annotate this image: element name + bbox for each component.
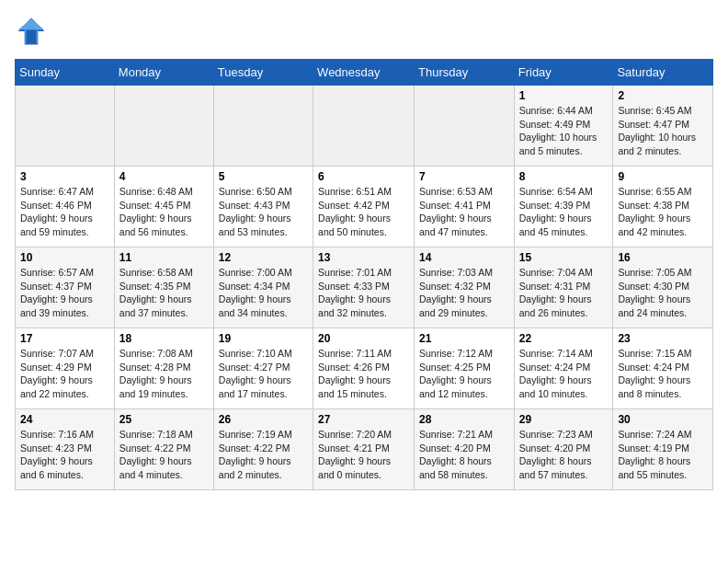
day-number: 15: [519, 251, 609, 264]
calendar-cell: 21Sunrise: 7:12 AM Sunset: 4:25 PM Dayli…: [415, 328, 515, 409]
calendar: SundayMondayTuesdayWednesdayThursdayFrid…: [15, 59, 713, 490]
day-info: Sunrise: 6:45 AM Sunset: 4:47 PM Dayligh…: [618, 104, 708, 158]
col-header-thursday: Thursday: [415, 60, 515, 86]
day-number: 7: [419, 170, 509, 183]
day-number: 18: [119, 332, 209, 345]
calendar-cell: 20Sunrise: 7:11 AM Sunset: 4:26 PM Dayli…: [313, 328, 415, 409]
calendar-cell: 24Sunrise: 7:16 AM Sunset: 4:23 PM Dayli…: [16, 409, 115, 490]
day-info: Sunrise: 6:54 AM Sunset: 4:39 PM Dayligh…: [519, 185, 609, 239]
day-number: 11: [119, 251, 209, 264]
day-info: Sunrise: 6:55 AM Sunset: 4:38 PM Dayligh…: [618, 185, 708, 239]
day-info: Sunrise: 7:07 AM Sunset: 4:29 PM Dayligh…: [20, 347, 109, 401]
day-number: 5: [219, 170, 308, 183]
day-number: 27: [318, 413, 409, 426]
calendar-cell: 5Sunrise: 6:50 AM Sunset: 4:43 PM Daylig…: [213, 167, 313, 247]
day-info: Sunrise: 7:04 AM Sunset: 4:31 PM Dayligh…: [519, 266, 609, 320]
calendar-cell: 8Sunrise: 6:54 AM Sunset: 4:39 PM Daylig…: [514, 167, 613, 247]
day-number: 1: [519, 89, 609, 102]
calendar-cell: 2Sunrise: 6:45 AM Sunset: 4:47 PM Daylig…: [613, 86, 713, 167]
day-number: 20: [318, 332, 409, 345]
calendar-cell: 3Sunrise: 6:47 AM Sunset: 4:46 PM Daylig…: [16, 167, 115, 247]
day-info: Sunrise: 7:15 AM Sunset: 4:24 PM Dayligh…: [618, 347, 708, 401]
day-info: Sunrise: 7:12 AM Sunset: 4:25 PM Dayligh…: [419, 347, 509, 401]
day-info: Sunrise: 6:50 AM Sunset: 4:43 PM Dayligh…: [219, 185, 308, 239]
day-number: 9: [618, 170, 708, 183]
calendar-cell: [415, 86, 515, 167]
calendar-cell: 29Sunrise: 7:23 AM Sunset: 4:20 PM Dayli…: [514, 409, 613, 490]
calendar-cell: 23Sunrise: 7:15 AM Sunset: 4:24 PM Dayli…: [613, 328, 713, 409]
calendar-cell: 28Sunrise: 7:21 AM Sunset: 4:20 PM Dayli…: [415, 409, 515, 490]
day-info: Sunrise: 7:11 AM Sunset: 4:26 PM Dayligh…: [318, 347, 409, 401]
day-info: Sunrise: 6:53 AM Sunset: 4:41 PM Dayligh…: [419, 185, 509, 239]
day-number: 26: [219, 413, 308, 426]
day-info: Sunrise: 7:21 AM Sunset: 4:20 PM Dayligh…: [419, 428, 509, 482]
calendar-cell: 19Sunrise: 7:10 AM Sunset: 4:27 PM Dayli…: [213, 328, 313, 409]
logo-icon: [15, 15, 48, 48]
day-number: 8: [519, 170, 609, 183]
day-number: 10: [20, 251, 109, 264]
day-info: Sunrise: 7:14 AM Sunset: 4:24 PM Dayligh…: [519, 347, 609, 401]
day-info: Sunrise: 7:01 AM Sunset: 4:33 PM Dayligh…: [318, 266, 409, 320]
day-info: Sunrise: 7:24 AM Sunset: 4:19 PM Dayligh…: [618, 428, 708, 482]
calendar-week-4: 17Sunrise: 7:07 AM Sunset: 4:29 PM Dayli…: [16, 328, 713, 409]
col-header-saturday: Saturday: [613, 60, 713, 86]
calendar-cell: 30Sunrise: 7:24 AM Sunset: 4:19 PM Dayli…: [613, 409, 713, 490]
calendar-cell: 26Sunrise: 7:19 AM Sunset: 4:22 PM Dayli…: [213, 409, 313, 490]
day-number: 28: [419, 413, 509, 426]
calendar-cell: [313, 86, 415, 167]
calendar-cell: 11Sunrise: 6:58 AM Sunset: 4:35 PM Dayli…: [114, 247, 213, 328]
day-info: Sunrise: 6:44 AM Sunset: 4:49 PM Dayligh…: [519, 104, 609, 158]
day-number: 21: [419, 332, 509, 345]
logo: [15, 15, 51, 48]
day-info: Sunrise: 7:19 AM Sunset: 4:22 PM Dayligh…: [219, 428, 308, 482]
day-info: Sunrise: 7:20 AM Sunset: 4:21 PM Dayligh…: [318, 428, 409, 482]
calendar-cell: 6Sunrise: 6:51 AM Sunset: 4:42 PM Daylig…: [313, 167, 415, 247]
day-info: Sunrise: 7:18 AM Sunset: 4:22 PM Dayligh…: [119, 428, 209, 482]
day-number: 19: [219, 332, 308, 345]
col-header-friday: Friday: [514, 60, 613, 86]
calendar-cell: 15Sunrise: 7:04 AM Sunset: 4:31 PM Dayli…: [514, 247, 613, 328]
day-info: Sunrise: 7:03 AM Sunset: 4:32 PM Dayligh…: [419, 266, 509, 320]
calendar-week-1: 1Sunrise: 6:44 AM Sunset: 4:49 PM Daylig…: [16, 86, 713, 167]
day-info: Sunrise: 7:16 AM Sunset: 4:23 PM Dayligh…: [20, 428, 109, 482]
day-info: Sunrise: 7:05 AM Sunset: 4:30 PM Dayligh…: [618, 266, 708, 320]
day-number: 16: [618, 251, 708, 264]
day-number: 3: [20, 170, 109, 183]
col-header-sunday: Sunday: [16, 60, 115, 86]
day-number: 17: [20, 332, 109, 345]
day-number: 13: [318, 251, 409, 264]
calendar-cell: 18Sunrise: 7:08 AM Sunset: 4:28 PM Dayli…: [114, 328, 213, 409]
day-number: 23: [618, 332, 708, 345]
day-info: Sunrise: 7:00 AM Sunset: 4:34 PM Dayligh…: [219, 266, 308, 320]
calendar-cell: 12Sunrise: 7:00 AM Sunset: 4:34 PM Dayli…: [213, 247, 313, 328]
day-info: Sunrise: 6:57 AM Sunset: 4:37 PM Dayligh…: [20, 266, 109, 320]
day-number: 29: [519, 413, 609, 426]
calendar-cell: 9Sunrise: 6:55 AM Sunset: 4:38 PM Daylig…: [613, 167, 713, 247]
day-info: Sunrise: 6:58 AM Sunset: 4:35 PM Dayligh…: [119, 266, 209, 320]
day-info: Sunrise: 7:10 AM Sunset: 4:27 PM Dayligh…: [219, 347, 308, 401]
calendar-cell: 27Sunrise: 7:20 AM Sunset: 4:21 PM Dayli…: [313, 409, 415, 490]
col-header-wednesday: Wednesday: [313, 60, 415, 86]
day-number: 25: [119, 413, 209, 426]
day-number: 30: [618, 413, 708, 426]
day-info: Sunrise: 7:08 AM Sunset: 4:28 PM Dayligh…: [119, 347, 209, 401]
calendar-cell: 22Sunrise: 7:14 AM Sunset: 4:24 PM Dayli…: [514, 328, 613, 409]
calendar-cell: 16Sunrise: 7:05 AM Sunset: 4:30 PM Dayli…: [613, 247, 713, 328]
calendar-cell: 13Sunrise: 7:01 AM Sunset: 4:33 PM Dayli…: [313, 247, 415, 328]
day-number: 12: [219, 251, 308, 264]
day-number: 22: [519, 332, 609, 345]
calendar-cell: 4Sunrise: 6:48 AM Sunset: 4:45 PM Daylig…: [114, 167, 213, 247]
calendar-cell: 7Sunrise: 6:53 AM Sunset: 4:41 PM Daylig…: [415, 167, 515, 247]
calendar-cell: 17Sunrise: 7:07 AM Sunset: 4:29 PM Dayli…: [16, 328, 115, 409]
day-info: Sunrise: 6:51 AM Sunset: 4:42 PM Dayligh…: [318, 185, 409, 239]
col-header-monday: Monday: [114, 60, 213, 86]
calendar-cell: 1Sunrise: 6:44 AM Sunset: 4:49 PM Daylig…: [514, 86, 613, 167]
header: [15, 15, 713, 48]
day-number: 14: [419, 251, 509, 264]
day-number: 24: [20, 413, 109, 426]
day-number: 4: [119, 170, 209, 183]
calendar-week-3: 10Sunrise: 6:57 AM Sunset: 4:37 PM Dayli…: [16, 247, 713, 328]
calendar-week-5: 24Sunrise: 7:16 AM Sunset: 4:23 PM Dayli…: [16, 409, 713, 490]
col-header-tuesday: Tuesday: [213, 60, 313, 86]
day-number: 2: [618, 89, 708, 102]
